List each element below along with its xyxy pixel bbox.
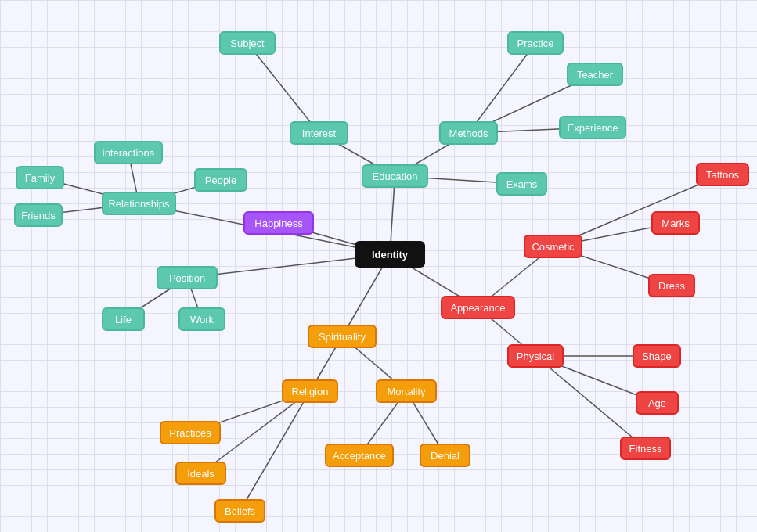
node-shape[interactable]: Shape [633, 344, 681, 368]
node-position[interactable]: Position [157, 266, 218, 289]
node-subject[interactable]: Subject [219, 31, 276, 55]
node-denial[interactable]: Denial [420, 444, 470, 467]
node-beliefs[interactable]: Beliefs [214, 499, 265, 523]
node-education[interactable]: Education [362, 164, 428, 188]
node-appearance[interactable]: Appearance [441, 296, 515, 319]
node-teacher[interactable]: Teacher [567, 63, 623, 86]
node-ideals[interactable]: Ideals [175, 462, 226, 485]
node-experience[interactable]: Experience [559, 116, 626, 139]
node-work[interactable]: Work [178, 307, 225, 331]
node-interest[interactable]: Interest [290, 121, 348, 145]
mindmap-canvas: IdentityHappinessEducationAppearanceSpir… [0, 0, 757, 532]
node-fitness[interactable]: Fitness [620, 437, 671, 460]
node-physical[interactable]: Physical [507, 344, 564, 368]
node-acceptance[interactable]: Acceptance [325, 444, 394, 467]
node-family[interactable]: Family [16, 166, 64, 189]
node-happiness[interactable]: Happiness [243, 211, 314, 235]
node-spirituality[interactable]: Spirituality [308, 325, 377, 348]
node-cosmetic[interactable]: Cosmetic [524, 235, 582, 258]
node-religion[interactable]: Religion [282, 379, 338, 403]
node-life[interactable]: Life [102, 307, 145, 331]
node-marks[interactable]: Marks [651, 211, 700, 235]
node-identity[interactable]: Identity [355, 241, 425, 268]
node-exams[interactable]: Exams [496, 172, 547, 196]
node-mortality[interactable]: Mortality [376, 379, 437, 403]
svg-line-26 [535, 356, 646, 448]
node-practices[interactable]: Practices [160, 421, 221, 444]
svg-line-9 [247, 43, 319, 133]
node-practice[interactable]: Practice [507, 31, 564, 55]
node-people[interactable]: People [194, 168, 247, 192]
svg-line-10 [469, 43, 536, 133]
node-friends[interactable]: Friends [14, 203, 63, 227]
node-interactions[interactable]: interactions [94, 141, 163, 164]
node-tattoos[interactable]: Tattoos [696, 163, 749, 186]
svg-line-31 [240, 391, 311, 511]
node-methods[interactable]: Methods [439, 121, 498, 145]
node-relationships[interactable]: Relationships [102, 192, 176, 215]
node-dress[interactable]: Dress [648, 274, 695, 297]
node-age[interactable]: Age [636, 391, 679, 415]
